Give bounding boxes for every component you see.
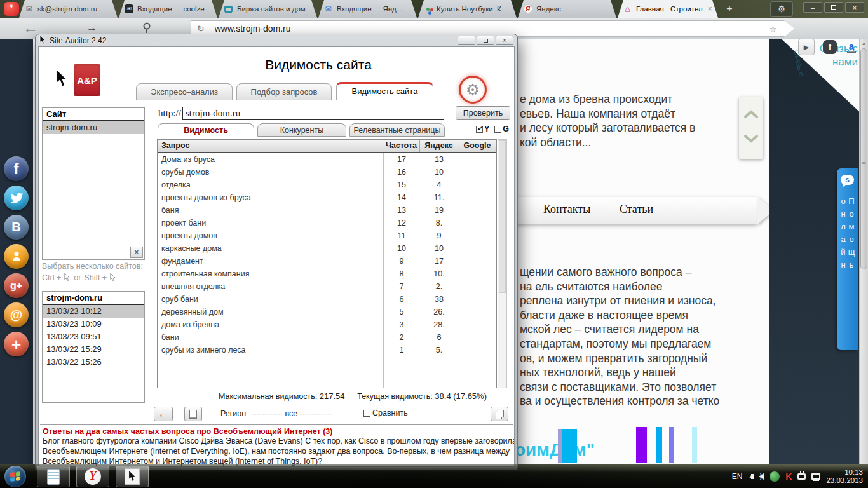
subtab-competitors[interactable]: Конкуренты: [257, 123, 346, 137]
taskbar-browser-button[interactable]: Y: [76, 466, 109, 487]
table-row[interactable]: сруб бани 6 38: [158, 293, 496, 306]
close-button[interactable]: ×: [496, 36, 513, 45]
delete-site-button[interactable]: ×: [130, 247, 143, 258]
url-input[interactable]: [182, 107, 444, 120]
lan-icon[interactable]: [811, 473, 820, 480]
twitter-icon[interactable]: [4, 186, 29, 210]
table-row[interactable]: строительная компания 8 10.: [158, 268, 496, 280]
minimize-button[interactable]: –: [458, 36, 475, 45]
close-button[interactable]: ×: [845, 2, 864, 13]
taskbar-auditor-button[interactable]: [116, 466, 149, 487]
extension-play-icon[interactable]: ▶: [798, 39, 815, 55]
forward-icon[interactable]: →: [86, 22, 97, 34]
export-back-button[interactable]: ←: [154, 407, 173, 421]
history-item[interactable]: 13/03/22 15:29: [43, 343, 144, 356]
compare-checkbox[interactable]: [363, 410, 370, 417]
tab-query-selection[interactable]: Подбор запросов: [236, 83, 332, 100]
history-item[interactable]: 13/03/22 15:26: [43, 356, 144, 369]
browser-tab-mail[interactable]: ✉ sk@strojm-dom.ru -: [19, 0, 118, 18]
col-query[interactable]: Запрос: [158, 140, 383, 152]
news-headline[interactable]: Ответы на два самых частых вопроса про В…: [43, 427, 332, 436]
query-cell: срубы из зимнего леса: [158, 344, 383, 356]
extension-feedly-icon[interactable]: f: [822, 39, 838, 55]
copy-button[interactable]: [491, 407, 508, 421]
subtab-visibility[interactable]: Видимость: [158, 123, 254, 137]
table-row[interactable]: деревянный дом 5 26.: [158, 306, 496, 318]
table-row[interactable]: срубы домов 16 10: [158, 166, 496, 179]
table-row[interactable]: срубы из зимнего леса 1 5.: [158, 344, 496, 356]
table-scrollbar[interactable]: [498, 139, 507, 388]
power-icon[interactable]: [797, 473, 806, 480]
vkontakte-icon[interactable]: B: [4, 215, 29, 240]
scroll-down-icon[interactable]: [743, 134, 759, 146]
facebook-icon[interactable]: f: [4, 156, 29, 181]
table-row[interactable]: каркасные дома 10 10: [158, 242, 496, 255]
new-tab-button[interactable]: +: [722, 3, 737, 15]
url-text[interactable]: www.strojm-dom.ru: [215, 24, 291, 34]
browser-menu-gear-icon[interactable]: ⚙: [770, 1, 793, 17]
minimize-button[interactable]: –: [803, 2, 822, 13]
col-google[interactable]: Google: [458, 140, 496, 152]
bookmark-star-icon[interactable]: ☆: [769, 24, 777, 35]
scrollbar-thumb[interactable]: ≡: [860, 48, 867, 269]
history-item[interactable]: 13/03/23 09:51: [43, 330, 144, 343]
settings-gear-icon[interactable]: ⚙: [459, 76, 487, 104]
history-item[interactable]: 13/03/23 10:09: [43, 318, 144, 330]
table-row[interactable]: проект бани 12 8.: [158, 217, 496, 229]
share-more-icon[interactable]: +: [4, 332, 29, 356]
table-row[interactable]: Дома из бруса 17 13: [158, 153, 496, 166]
subtab-relevant-pages[interactable]: Релевантные страницы: [349, 123, 445, 137]
check-button[interactable]: Проверить: [456, 106, 510, 120]
online-help-button[interactable]: s Помощь онлайн: [837, 168, 858, 350]
table-row[interactable]: бани 2 6: [158, 331, 496, 344]
table-row[interactable]: баня 13 19: [158, 204, 496, 217]
col-yandex[interactable]: Яндекс: [420, 140, 458, 152]
url-protocol-label: http://: [158, 108, 181, 119]
nav-link-contacts[interactable]: Контакты: [543, 203, 590, 216]
tab-site-visibility[interactable]: Видимость сайта: [336, 82, 433, 100]
table-row[interactable]: проекты домов 11 9: [158, 229, 496, 242]
browser-logo-icon[interactable]: ❜: [4, 2, 19, 16]
report-button[interactable]: [184, 407, 202, 421]
tab-express-analysis[interactable]: Экспресс–анализ: [136, 83, 233, 100]
reload-icon[interactable]: ↻: [197, 24, 205, 34]
clock[interactable]: 10:13 23.03.2013: [826, 468, 863, 485]
taskbar-notepad-button[interactable]: [37, 466, 70, 487]
odnoklassniki-icon[interactable]: [4, 244, 29, 269]
nav-link-articles[interactable]: Статьи: [620, 203, 653, 216]
browser-tab-inbox-coolze[interactable]: ✉ Входящие — coolze: [119, 0, 217, 18]
maximize-button[interactable]: [824, 2, 843, 13]
table-row[interactable]: дома из бревна 3 28.: [158, 318, 496, 331]
browser-tab-birzha[interactable]: Биржа сайтов и дом: [219, 0, 317, 18]
browser-tab-notebooks[interactable]: Купить Ноутбуки: К: [418, 0, 517, 18]
network-status-icon[interactable]: [770, 471, 780, 482]
col-frequency[interactable]: Частота: [383, 140, 420, 152]
browser-tab-active-stroim[interactable]: ⌂ Главная - Строител ×: [618, 0, 718, 18]
google-checkbox[interactable]: [494, 126, 501, 133]
window-titlebar[interactable]: Site-Auditor 2.42 – ×: [38, 34, 515, 46]
browser-tab-yandex[interactable]: Я Яндекс: [518, 0, 616, 18]
close-tab-icon[interactable]: ×: [708, 4, 712, 13]
start-button[interactable]: [4, 466, 26, 487]
scroll-up-icon[interactable]: [743, 110, 759, 121]
scrollbar-up-icon[interactable]: ▲: [860, 41, 868, 46]
table-row[interactable]: отделка 15 4: [158, 179, 496, 191]
yandex-checkbox[interactable]: [476, 126, 483, 133]
site-list-item[interactable]: strojm-dom.ru: [43, 121, 144, 134]
maximize-button[interactable]: [477, 36, 494, 45]
antivirus-icon[interactable]: K: [785, 471, 792, 482]
google-plus-icon[interactable]: g+: [4, 273, 29, 298]
mail-ru-icon[interactable]: @: [4, 302, 29, 327]
table-row[interactable]: внешняя отделка 7 2.: [158, 280, 496, 293]
volume-icon[interactable]: [759, 473, 764, 480]
extension-translate-icon[interactable]: a: [843, 39, 860, 55]
history-item[interactable]: 13/03/23 10:12: [43, 305, 144, 318]
page-body-text: щении самого важного вопроса –на ель счи…: [520, 266, 719, 409]
region-selector[interactable]: ------------ все ------------: [251, 409, 332, 418]
table-scrollbar-thumb[interactable]: [499, 140, 506, 293]
table-row[interactable]: проекты домов из бруса 14 11.: [158, 191, 496, 204]
language-indicator[interactable]: EN: [732, 472, 743, 481]
browser-scrollbar[interactable]: ▲ ≡: [859, 39, 868, 464]
table-row[interactable]: фундамент 9 17: [158, 255, 496, 268]
browser-tab-inbox-yandex[interactable]: ✉ Входящие — Яндекс: [318, 0, 417, 18]
